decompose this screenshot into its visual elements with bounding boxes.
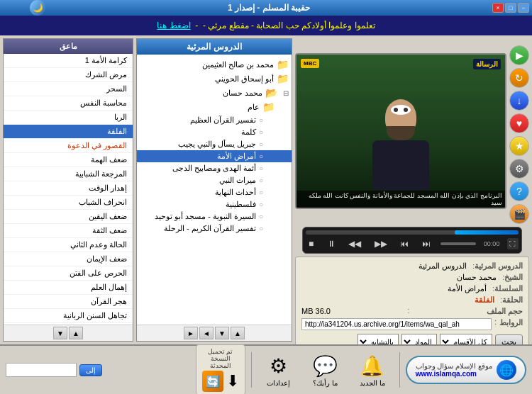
tree-label-5: كلمة [241, 128, 256, 137]
lesson-value: الفلقة [301, 296, 494, 305]
tree-header: الدروس المرئية [137, 39, 292, 55]
pause-button[interactable]: ⏸ [324, 237, 338, 250]
download-arrow-icon: ⬇ [226, 372, 239, 390]
top-banner: تعلموا وعلموا أولادكم حب الصحابة - مقطع … [0, 16, 532, 35]
category-dropdown[interactable]: كل الأقسام [440, 334, 492, 344]
prev-button[interactable]: ⏮ [397, 237, 411, 250]
tree-left-arrow[interactable]: ◄ [199, 327, 214, 339]
right-item-7[interactable]: ضعف الهمة [4, 153, 133, 167]
tree-item-13[interactable]: ○ تفسير القرآن الكريم - الرحلة [137, 223, 292, 235]
separator-2 [251, 352, 252, 388]
right-item-15[interactable]: الحرص على الفتن [4, 266, 133, 281]
refresh-button[interactable]: ↻ [509, 68, 529, 88]
right-item-0[interactable]: كرامة الأمة 1 [4, 54, 133, 68]
left-panel: ▶ ↻ ↓ ♥ ★ ⚙ ? 🎬 [295, 38, 529, 342]
fullscreen-button[interactable]: ⛶ [507, 238, 519, 249]
opinion-icon: 💬 [311, 354, 340, 379]
minimize-button[interactable]: − [518, 3, 529, 13]
tree-down-arrow[interactable]: ▼ [215, 327, 229, 339]
right-item-16[interactable]: إهمال العلم [4, 281, 133, 295]
tree-item-0[interactable]: 📁 محمد بن صالح العثيمين [137, 57, 292, 72]
right-up-arrow[interactable]: ▲ [69, 327, 83, 339]
play-action-button[interactable]: ▶ [509, 45, 529, 65]
tree-item-11[interactable]: ○ فلسطينية [137, 198, 292, 210]
right-item-2[interactable]: السحر [4, 82, 133, 96]
links-label: الروابط [499, 318, 523, 330]
right-item-10[interactable]: انحراف الشباب [4, 196, 133, 210]
new-button[interactable]: 🔔 ما الجديد [351, 351, 394, 390]
url-input[interactable] [301, 318, 492, 330]
volume-slider[interactable] [440, 242, 476, 245]
go-button[interactable]: إلى [79, 364, 102, 376]
tools-button[interactable]: ⚙ [509, 159, 529, 179]
progress-bar[interactable] [306, 230, 519, 235]
maximize-button[interactable]: □ [505, 3, 516, 13]
opinion-button[interactable]: 💬 ما رأيك؟ [304, 351, 347, 390]
lesson-row: الحلقة : الفلقة [301, 296, 523, 305]
folder-icon-3: 📁 [262, 101, 275, 113]
new-icon: 🔔 [358, 354, 387, 379]
opinion-label: ما رأيك؟ [313, 379, 338, 387]
tree-up-arrow[interactable]: ▲ [231, 327, 245, 339]
tree-item-2[interactable]: ⊟ 📂 محمد حسان [137, 86, 292, 100]
right-item-14[interactable]: ضعف الإيمان [4, 252, 133, 266]
settings-button[interactable]: ⚙ إعدادات [257, 351, 300, 390]
lesson-label: الحلقة [502, 296, 523, 305]
website-button[interactable]: 🌐 موقع الإسلام سؤال وجواب www.islamqa.co… [406, 356, 526, 384]
material-dropdown[interactable]: المواد [401, 334, 437, 344]
tree-label-13: تفسير القرآن الكريم - الرحلة [164, 224, 256, 233]
tree-item-10[interactable]: ○ أحداث النهاية [137, 186, 292, 198]
file-size-label: حجم الملف [487, 307, 523, 316]
search-input-bottom[interactable] [6, 363, 77, 377]
tree-item-12[interactable]: ○ السيرة النبوية - مسجد أبو توحيد [137, 210, 292, 223]
download-button[interactable]: ↓ [509, 91, 529, 111]
right-item-1[interactable]: مرض الشرك [4, 68, 133, 82]
right-item-13[interactable]: الحالة وعدم الثاني [4, 238, 133, 252]
right-item-9[interactable]: إهدار الوقت [4, 181, 133, 196]
right-list[interactable]: كرامة الأمة 1 مرض الشرك السحر محاسبة الن… [4, 54, 133, 325]
search-button[interactable]: بحث [495, 334, 523, 345]
tree-item-6[interactable]: ○ جبريل يسأل والنبي يجيب [137, 138, 292, 150]
tree-item-9[interactable]: ○ ميراث النبي [137, 174, 292, 186]
tree-item-1[interactable]: 📁 أبو إسحاق الحويني [137, 72, 292, 86]
section-row: الدروس المرئية : الدروس المرئية [301, 261, 523, 271]
tree-item-4[interactable]: ○ تفسير القرآن العظيم [137, 114, 292, 126]
close-button[interactable]: × [492, 3, 504, 13]
right-item-4[interactable]: الربا [4, 111, 133, 125]
right-item-3[interactable]: محاسبة النفس [4, 96, 133, 111]
right-item-11[interactable]: ضعف اليقين [4, 210, 133, 224]
right-item-8[interactable]: المرجعة الشبابية [4, 167, 133, 181]
next-button[interactable]: ⏭ [419, 237, 433, 250]
tree-scroll[interactable]: 📁 محمد بن صالح العثيمين 📁 أبو إسحاق الحو… [137, 55, 292, 325]
tree-item-5[interactable]: ○ كلمة [137, 126, 292, 138]
help-button[interactable]: ? [509, 181, 529, 201]
stop-button[interactable]: ■ [306, 237, 316, 250]
media-button[interactable]: 🎬 [509, 204, 529, 224]
right-down-arrow[interactable]: ▼ [53, 327, 67, 339]
download-icons: ⬇ 🔄 [202, 371, 239, 392]
eyes-area [391, 105, 411, 115]
settings-label: إعدادات [267, 379, 290, 387]
right-item-18[interactable]: تجاهل السنن الربانية [4, 309, 133, 323]
tree-item-3[interactable]: 📁 عام [137, 100, 292, 114]
tree-item-7[interactable]: ○ أمراض الأمة [137, 150, 292, 162]
file-size-row: حجم الملف : 36.0 MB [301, 307, 523, 316]
star-button[interactable]: ★ [509, 136, 529, 156]
tree-label-4: تفسير القرآن العظيم [190, 116, 256, 125]
favorite-button[interactable]: ♥ [509, 113, 529, 133]
info-box: الدروس المرئية : الدروس المرئية الشيخ : … [295, 257, 529, 344]
leaf-icon-9: ○ [259, 176, 263, 184]
rewind-button[interactable]: ◀◀ [345, 237, 364, 250]
right-item-12[interactable]: ضعف الثقة [4, 224, 133, 238]
tree-item-8[interactable]: ○ أئمة الهدى ومصابيح الدجى [137, 162, 292, 174]
folder-icon-0: 📁 [277, 59, 289, 70]
banner-link[interactable]: اضغط هنا [157, 21, 190, 30]
search-controls: بحث كل الأقسام المواد بالتشابه [301, 332, 523, 344]
right-item-6[interactable]: القصور في الدعوة [4, 139, 133, 153]
video-player[interactable]: الرسالة MBC البرنامج الذي بإذن الله المس… [295, 53, 506, 209]
right-item-17[interactable]: هجر القرآن [4, 295, 133, 309]
tree-right-arrow[interactable]: ► [184, 327, 198, 339]
right-item-5[interactable]: الفلقة [4, 125, 133, 139]
fast-forward-button[interactable]: ▶▶ [372, 237, 390, 250]
match-dropdown[interactable]: بالتشابه [358, 334, 399, 344]
